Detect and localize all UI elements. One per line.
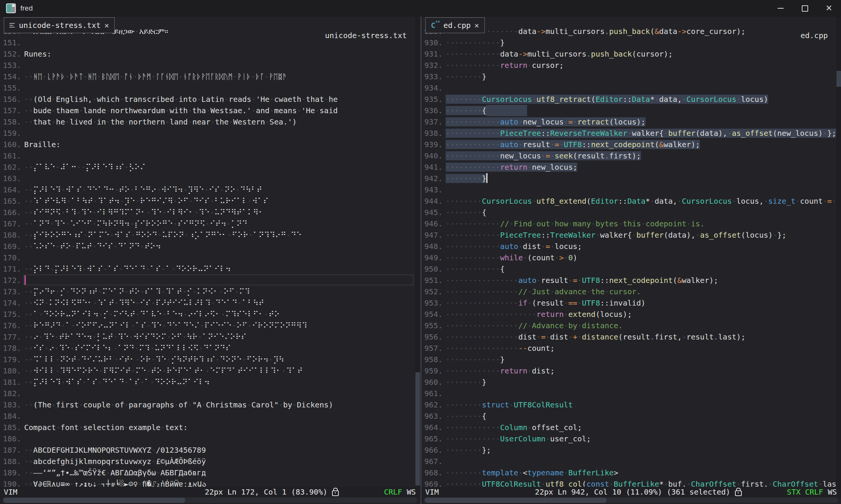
- code-line[interactable]: 187.··ABCDEFGHIJKLMNOPQRSTUVWXYZ·/012345…: [0, 444, 420, 456]
- pane-divider[interactable]: [420, 17, 421, 504]
- tab-close-icon[interactable]: ✕: [475, 21, 479, 30]
- vertical-scrollbar[interactable]: [836, 17, 841, 487]
- code-line[interactable]: 161.: [0, 150, 420, 161]
- code-line[interactable]: 963.········{: [421, 410, 841, 422]
- code-line[interactable]: 166.··⠎⠊⠛⠝⠫·⠃⠹·⠹⠑·⠊⠇⠻⠛⠹⠍⠁⠝⠂·⠹⠑·⠊⠇⠻⠊⠂·⠹⠑·…: [0, 207, 420, 218]
- text-editor-area[interactable]: 150.··እግዜር·የከፈተውን·ጉሮሮ·ሳይዘጋው·አይድርም።151.15…: [0, 17, 420, 490]
- code-line[interactable]: 155.: [0, 82, 420, 94]
- code-line[interactable]: 951.················auto·result·=·UTF8::…: [421, 275, 841, 286]
- close-button[interactable]: ✕: [817, 0, 841, 17]
- code-line[interactable]: 171.··⡕⠇⠙·⡍⠜⠇⠑⠹·⠺⠁⠎·⠁⠎·⠙⠑⠁⠙·⠁⠎·⠁·⠙⠕⠕⠗⠤⠝⠁…: [0, 263, 420, 275]
- code-line[interactable]: 157.··bude·thaem·lande·northweardum·with…: [0, 105, 420, 116]
- code-line[interactable]: 185.Compact·font·selection·example·text:: [0, 422, 420, 433]
- code-line[interactable]: 172.: [0, 275, 420, 286]
- code-line[interactable]: 945.········{: [421, 207, 841, 218]
- code-line[interactable]: 163.: [0, 173, 420, 184]
- code-line[interactable]: 168.··⡎⠊⠗⠕⠕⠛⠑⠰⠎·⠝⠁⠍⠑·⠺⠁⠎·⠛⠕⠕⠙·⠥⠏⠕⠝·⠰⡡⠁⠝⠛…: [0, 229, 420, 241]
- code-line[interactable]: 955.················//·Advance·by·distan…: [421, 320, 841, 331]
- tab-close-icon[interactable]: ✕: [105, 21, 109, 30]
- code-line[interactable]: 154.··ᚻᛖ·ᚳᚹᚫᚦ·ᚦᚫᛏ·ᚻᛖ·ᛒᚢᛞᛖ·ᚩᚾ·ᚦᚫᛗ·ᛚᚪᚾᛞᛖ·ᚾ…: [0, 71, 420, 82]
- horizontal-scrollbar[interactable]: [424, 498, 838, 503]
- code-line[interactable]: 959.············return·dist;: [421, 365, 841, 376]
- line-number: 169.: [0, 241, 21, 252]
- minimize-button[interactable]: [769, 0, 793, 17]
- scrollbar-thumb[interactable]: [836, 71, 841, 87]
- code-line[interactable]: 958.············}: [421, 354, 841, 365]
- code-line[interactable]: 966.········};: [421, 444, 841, 456]
- tab-unicode-stress[interactable]: unicode-stress.txt ✕: [4, 17, 115, 33]
- code-line[interactable]: 968.········template·<typename·BufferLik…: [421, 467, 841, 478]
- code-line[interactable]: 164.··⡍⠜⠇⠑⠹·⠺⠁⠎·⠙⠑⠁⠙⠒·⠞⠕·⠃⠑⠛⠔·⠺⠊⠹⠲·⡹⠻⠑·⠊…: [0, 184, 420, 195]
- code-line[interactable]: 936.········{: [421, 105, 841, 116]
- code-line[interactable]: 175.··⠁·⠙⠕⠕⠗⠤⠝⠁⠊⠇⠲·⡊·⠍⠊⠣⠞·⠙⠁⠧⠑·⠃⠑⠲·⠔⠊⠇⠔⠫…: [0, 309, 420, 320]
- code-line[interactable]: 177.··⠔·⠹⠑·⠞⠗⠁⠙⠑⠲·⡃⠥⠞·⠹⠑·⠺⠊⠎⠙⠕⠍·⠕⠋·⠳⠗·⠁⠝…: [0, 331, 420, 343]
- code-line[interactable]: 935.········CursorLocus·utf8_retract(Edi…: [421, 94, 841, 105]
- code-line[interactable]: 160.Braille:: [0, 139, 420, 150]
- code-line[interactable]: 954.····················return·extend(lo…: [421, 309, 841, 320]
- code-line[interactable]: 939.············auto·result·=·UTF8::next…: [421, 139, 841, 150]
- code-line[interactable]: 173.··⡍⠔⠙⠖·⡊·⠙⠕⠝⠰⠞·⠍⠑⠁⠝·⠞⠕·⠎⠁⠹·⠹⠁⠞·⡊·⠅⠝⠪…: [0, 286, 420, 297]
- code-line[interactable]: 167.··⠁⠝⠙·⠹⠑·⠡⠊⠑⠋·⠍⠳⠗⠝⠻⠲·⡎⠊⠗⠕⠕⠛⠑·⠎⠊⠛⠝⠫·⠊…: [0, 218, 420, 229]
- line-number: 171.: [0, 263, 21, 275]
- code-line[interactable]: 933.········}: [421, 71, 841, 82]
- code-line[interactable]: 170.: [0, 252, 420, 263]
- code-line[interactable]: 964.············Column·offset_col;: [421, 422, 841, 433]
- code-line[interactable]: 180.··⠺⠊⠇⠇·⠹⠻⠑⠋⠕⠗⠑·⠏⠻⠍⠊⠞·⠍⠑·⠞⠕·⠗⠑⠏⠑⠁⠞⠂·⠑…: [0, 365, 420, 376]
- code-line[interactable]: 179.··⠩⠁⠇⠇·⠝⠕⠞·⠙⠊⠌⠥⠗⠃·⠊⠞⠂·⠕⠗·⠹⠑·⡊⠳⠝⠞⠗⠹⠰⠎…: [0, 354, 420, 365]
- code-line[interactable]: 181.··⡍⠜⠇⠑⠹·⠺⠁⠎·⠁⠎·⠙⠑⠁⠙·⠁⠎·⠁·⠙⠕⠕⠗⠤⠝⠁⠊⠇⠲: [0, 376, 420, 388]
- code-line[interactable]: 941.············return·new_locus;: [421, 161, 841, 173]
- code-line[interactable]: 940.············new_locus·=·seek(result.…: [421, 150, 841, 161]
- code-editor-area[interactable]: 929.················data->multi_cursors.…: [421, 17, 841, 490]
- code-line[interactable]: 953.················if·(result·==·UTF8::…: [421, 297, 841, 309]
- code-line[interactable]: 938.············PieceTree::ReverseTreeWa…: [421, 128, 841, 139]
- code-line[interactable]: 937.············auto·new_locus·=·retract…: [421, 116, 841, 128]
- code-line[interactable]: 946.············//·Find·out·how·many·byt…: [421, 218, 841, 229]
- editor-window: fred ✕ 150.··እግዜር·የከፈተውን·ጉሮሮ·ሳይዘጋው·አይድርም…: [0, 0, 841, 504]
- tab-ed-cpp[interactable]: C++ ed.cpp ✕: [425, 17, 485, 33]
- code-line[interactable]: 169.··⠡⠕⠎⠑·⠞⠕·⠏⠥⠞·⠙⠊⠎·⠙⠁⠝⠙·⠞⠕⠲: [0, 241, 420, 252]
- code-line[interactable]: 162.··⡌⠁⠧⠑·⠼⠁⠒··⡍⠜⠇⠑⠹⠰⠎·⡣⠕⠌: [0, 161, 420, 173]
- code-line[interactable]: 158.··that·he·lived·in·the·northern·land…: [0, 116, 420, 128]
- scrollbar-thumb[interactable]: [424, 498, 607, 503]
- code-line[interactable]: 942.········}: [421, 173, 841, 184]
- scrollbar-thumb[interactable]: [415, 372, 420, 486]
- code-line[interactable]: 184.: [0, 410, 420, 422]
- code-line[interactable]: 183.··(The·first·couple·of·paragraphs·of…: [0, 399, 420, 410]
- code-line[interactable]: 965.············UserColumn·user_col;: [421, 433, 841, 444]
- code-line[interactable]: 152.Runes:: [0, 48, 420, 60]
- code-line[interactable]: 165.··⠱⠁⠞⠑⠧⠻·⠁⠃⠳⠞·⠹⠁⠞⠲·⡹⠑·⠗⠑⠛⠊⠌⠻·⠕⠋·⠙⠊⠎·…: [0, 195, 420, 207]
- code-line[interactable]: 962.········struct·UTF8ColResult: [421, 399, 841, 410]
- code-line[interactable]: 178.··⠊⠎·⠔·⠹⠑·⠎⠊⠍⠊⠇⠑⠆·⠁⠝⠙·⠍⠹·⠥⠝⠙⠁⠇⠇⠪⠫·⠙⠁…: [0, 343, 420, 354]
- code-line[interactable]: 947.············PieceTree::TreeWalker·wa…: [421, 229, 841, 241]
- line-number: 155.: [0, 82, 21, 94]
- line-number: 180.: [0, 365, 21, 376]
- maximize-button[interactable]: [793, 0, 817, 17]
- code-line[interactable]: 956.················dist·=·dist·+·distan…: [421, 331, 841, 343]
- code-line[interactable]: 961.: [421, 388, 841, 399]
- code-line[interactable]: 182.: [0, 388, 420, 399]
- code-line[interactable]: 189.··–—‘“”„†•…‰™œŠŸž€·ΑΒΓΔΩαβγδω·АБВГДа…: [0, 467, 420, 478]
- code-line[interactable]: 930.············}: [421, 37, 841, 48]
- code-line[interactable]: 159.: [0, 128, 420, 139]
- code-line[interactable]: 967.: [421, 456, 841, 467]
- vertical-scrollbar[interactable]: [415, 17, 420, 487]
- code-line[interactable]: 931.············data->multi_cursors.push…: [421, 48, 841, 60]
- horizontal-scrollbar[interactable]: [3, 498, 417, 503]
- code-line[interactable]: 188.··abcdefghijklmnopqrstuvwxyz·£©µÀÆÖÞ…: [0, 456, 420, 467]
- code-line[interactable]: 932.············return·cursor;: [421, 60, 841, 71]
- code-line[interactable]: 943.: [421, 184, 841, 195]
- code-line[interactable]: 156.··(Old·English,·which·transcribed·in…: [0, 94, 420, 105]
- code-line[interactable]: 957.················--count;: [421, 343, 841, 354]
- code-line[interactable]: 952.················//·Just·advance·the·…: [421, 286, 841, 297]
- code-line[interactable]: 153.: [0, 60, 420, 71]
- code-line[interactable]: 934.: [421, 82, 841, 94]
- code-line[interactable]: 944.········CursorLocus·utf8_extend(Edit…: [421, 195, 841, 207]
- code-line[interactable]: 950.············{: [421, 263, 841, 275]
- code-line[interactable]: 949.············while·(count·>·0): [421, 252, 841, 263]
- code-line[interactable]: 186.: [0, 433, 420, 444]
- code-line[interactable]: 948.············auto·dist·=·locus;: [421, 241, 841, 252]
- code-line[interactable]: 176.··⠗⠑⠛⠜⠙·⠁·⠊⠕⠋⠋⠔⠤⠝⠁⠊⠇·⠁⠎·⠹⠑·⠙⠑⠁⠙⠑⠌·⠏⠊…: [0, 320, 420, 331]
- code-line[interactable]: 960.········}: [421, 376, 841, 388]
- code-line[interactable]: 174.··⠪⠝·⠅⠝⠪⠇⠫⠛⠑⠂·⠱⠁⠞·⠹⠻⠑·⠊⠎·⠏⠜⠞⠊⠊⠥⠇⠜⠇⠹·…: [0, 297, 420, 309]
- scrollbar-thumb[interactable]: [3, 498, 185, 503]
